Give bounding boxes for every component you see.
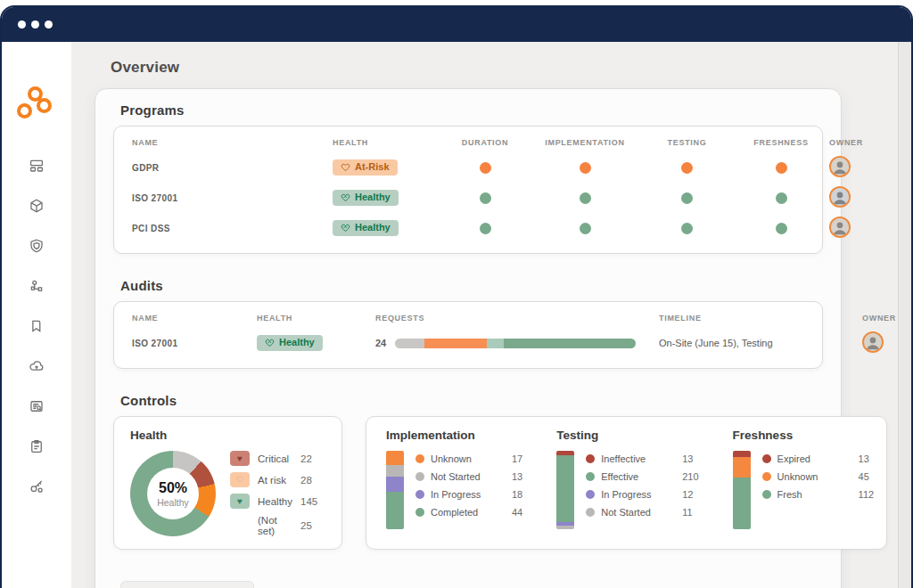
column-header-timeline: TIMELINE <box>659 314 862 323</box>
effective-dot-icon <box>586 472 595 481</box>
window-dot-icon[interactable] <box>18 20 26 29</box>
owner-avatar[interactable] <box>829 186 851 208</box>
owner-avatar[interactable] <box>829 216 851 238</box>
freshness-metric: Freshness Expired13 Unknown45 Fresh112 <box>733 429 875 536</box>
bookmark-icon[interactable] <box>29 318 45 334</box>
in-progress-dot-icon <box>586 490 595 499</box>
unknown-dot-icon <box>415 454 424 463</box>
healthy-heart-icon: ♥ <box>230 494 250 509</box>
programs-table-header: NAME HEALTH DURATION IMPLEMENTATION TEST… <box>132 135 804 152</box>
health-badge: Healthy <box>333 220 399 237</box>
legend-item: Effective210 <box>586 470 698 483</box>
list-search-icon[interactable] <box>29 398 45 414</box>
table-row[interactable]: ISO 27001 Healthy 24 On-Site (June 15), … <box>132 328 804 358</box>
requests-progress-bar <box>395 339 636 348</box>
column-header-name: NAME <box>132 314 257 323</box>
programs-section-title: Programs <box>120 102 823 118</box>
main-content: Overview Programs NAME HEALTH DURATION I… <box>71 42 911 588</box>
legend-item: (Not set) 25 <box>230 515 325 536</box>
critical-heart-icon: ♥ <box>230 451 250 466</box>
bar-segment <box>386 492 404 529</box>
testing-status-dot <box>681 162 693 174</box>
column-header-health: HEALTH <box>257 314 375 323</box>
bar-segment <box>424 339 487 348</box>
duration-status-dot <box>480 162 491 174</box>
requests-count: 24 <box>375 338 386 348</box>
owner-avatar[interactable] <box>829 156 851 177</box>
column-header-health: HEALTH <box>333 138 441 147</box>
testing-metric: Testing Ineffective13 Effective210 In Pr… <box>556 429 698 536</box>
program-name[interactable]: ISO 27001 <box>132 193 333 203</box>
legend-item: ♡ At risk 28 <box>230 472 325 487</box>
legend-item: Ineffective13 <box>586 452 698 465</box>
program-name[interactable]: PCI DSS <box>132 224 333 233</box>
testing-status-dot <box>681 192 693 204</box>
duration-status-dot <box>480 223 491 234</box>
testing-status-dot <box>681 223 693 234</box>
overview-card: Programs NAME HEALTH DURATION IMPLEMENTA… <box>95 88 842 588</box>
window-dot-icon[interactable] <box>31 20 39 29</box>
page-title: Overview <box>111 59 842 77</box>
table-row[interactable]: GDPR At-Risk <box>132 152 804 183</box>
legend-item: Completed44 <box>415 505 522 519</box>
bar-segment <box>386 451 404 465</box>
workflow-icon[interactable] <box>29 278 45 294</box>
completed-dot-icon <box>415 508 424 517</box>
bar-segment <box>386 465 404 476</box>
bar-segment <box>395 339 424 348</box>
audits-section-title: Audits <box>120 278 823 293</box>
package-icon[interactable] <box>29 198 45 214</box>
health-panel-title: Health <box>130 429 325 442</box>
fresh-dot-icon <box>762 490 771 499</box>
legend-item: ♥ Critical 22 <box>230 451 325 466</box>
bar-segment <box>556 526 574 529</box>
cloud-upload-icon[interactable] <box>29 358 45 374</box>
freshness-title: Freshness <box>733 429 875 442</box>
dashboard-icon[interactable] <box>29 158 45 174</box>
audits-table: NAME HEALTH REQUESTS TIMELINE OWNER ISO … <box>113 301 823 369</box>
not-started-dot-icon <box>415 472 424 481</box>
bar-segment <box>733 451 751 457</box>
shield-icon[interactable] <box>29 238 45 254</box>
health-legend: ♥ Critical 22 ♡ At risk 28 <box>230 451 325 536</box>
implementation-status-dot <box>580 192 591 204</box>
clipboard-icon[interactable] <box>29 438 45 454</box>
app-window: Overview Programs NAME HEALTH DURATION I… <box>0 5 913 588</box>
program-name[interactable]: GDPR <box>132 163 333 173</box>
legend-item: ♥ Healthy 145 <box>230 494 325 509</box>
column-header-owner: OWNER <box>829 138 863 147</box>
bar-segment <box>733 478 751 529</box>
sidebar <box>2 42 71 588</box>
in-progress-dot-icon <box>415 490 424 499</box>
implementation-status-dot <box>580 162 591 174</box>
legend-item: Unknown45 <box>762 470 875 483</box>
table-row[interactable]: PCI DSS Healthy <box>132 213 804 243</box>
column-header-implementation: IMPLEMENTATION <box>529 138 641 147</box>
bar-segment <box>504 339 636 348</box>
table-row[interactable]: ISO 27001 Healthy <box>132 183 804 213</box>
column-header-testing: TESTING <box>641 138 733 147</box>
health-badge: Healthy <box>333 190 399 207</box>
health-panel: Health 50% Healthy ♥ <box>113 416 342 550</box>
vertical-scrollbar[interactable] <box>898 42 911 588</box>
window-titlebar <box>2 7 911 42</box>
implementation-stacked-bar[interactable] <box>386 451 404 529</box>
metrics-panel: Implementation Unknown17 Not Started13 I… <box>366 416 887 550</box>
testing-stacked-bar[interactable] <box>556 451 574 529</box>
window-dot-icon[interactable] <box>45 20 53 29</box>
ineffective-dot-icon <box>586 454 595 463</box>
freshness-stacked-bar[interactable] <box>733 451 751 529</box>
audit-name[interactable]: ISO 27001 <box>132 339 257 348</box>
health-donut-chart[interactable]: 50% Healthy <box>130 451 216 536</box>
legend-item: Unknown17 <box>415 452 522 465</box>
testing-title: Testing <box>556 429 698 442</box>
owner-avatar[interactable] <box>862 331 884 353</box>
legend-item: Expired13 <box>762 452 875 465</box>
duration-status-dot <box>480 192 491 204</box>
hyperproof-logo-icon[interactable] <box>17 86 56 122</box>
key-icon[interactable] <box>29 478 45 494</box>
bar-segment <box>733 457 751 478</box>
column-header-freshness: FRESHNESS <box>733 138 829 147</box>
heart-icon <box>265 338 275 347</box>
freshness-status-dot <box>776 192 787 204</box>
